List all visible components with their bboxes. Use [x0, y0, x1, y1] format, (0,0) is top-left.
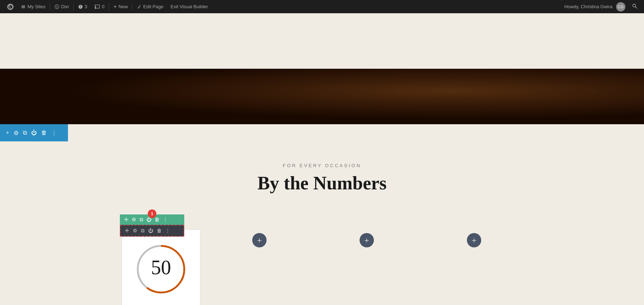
admin-bar: My Sites D Divi 3 0 + New Edit Page Exit…: [0, 0, 644, 13]
separator-4: [132, 3, 132, 10]
section-blue-toolbar: + ⚙ ⧉ ⏻ 🗑 ⋮: [0, 124, 68, 141]
dark-delete-icon[interactable]: 🗑: [157, 228, 162, 234]
dark-move-icon[interactable]: ✛: [125, 228, 129, 234]
edit-page-label: Edit Page: [143, 4, 163, 9]
section-wrapper: + ⚙ ⧉ ⏻ 🗑 ⋮ FOR EVERY OCCASION By the Nu…: [0, 124, 644, 305]
stat-number: 50: [151, 256, 171, 279]
new-icon: +: [113, 4, 117, 10]
numbers-subtitle: FOR EVERY OCCASION: [14, 163, 630, 168]
column-3-add-button[interactable]: +: [360, 233, 374, 247]
updates-menu[interactable]: 3: [74, 0, 91, 13]
green-settings-icon[interactable]: ⚙: [132, 217, 136, 223]
search-button[interactable]: [629, 3, 640, 10]
divi-label: Divi: [61, 4, 69, 9]
dark-toolbar: ✛ ⚙ ⧉ ⏻ 🗑 ⋮: [120, 225, 184, 237]
separator-2: [73, 3, 74, 10]
edit-page-menu[interactable]: Edit Page: [133, 0, 167, 13]
separator-3: [109, 3, 109, 10]
svg-line-4: [635, 7, 637, 9]
dark-settings-icon[interactable]: ⚙: [133, 228, 137, 234]
red-badge: 1: [148, 209, 156, 218]
svg-point-3: [633, 4, 635, 7]
admin-bar-right: Howdy, Christina Gwira CG: [564, 2, 640, 11]
circle-container: 50: [122, 230, 200, 305]
section-settings-icon[interactable]: ⚙: [14, 130, 19, 136]
my-sites-label: My Sites: [28, 4, 45, 9]
stat-card: 50 Birthday Treats +: [122, 229, 200, 305]
column-3-add-area: +: [313, 212, 420, 247]
new-menu[interactable]: + New: [110, 0, 131, 13]
column-4-add-area: +: [420, 212, 528, 247]
dark-power-icon[interactable]: ⏻: [148, 228, 153, 234]
comments-menu[interactable]: 0: [91, 0, 108, 13]
avatar[interactable]: CG: [616, 2, 625, 11]
divi-menu[interactable]: D Divi: [51, 0, 73, 13]
module-toolbars: 1 ✛ ⚙ ⧉ ⏻ 🗑 ⋮ ✛ ⚙ ⧉: [120, 214, 184, 237]
active-card-wrapper: 1 ✛ ⚙ ⧉ ⏻ 🗑 ⋮ ✛ ⚙ ⧉: [116, 229, 206, 305]
section-add-icon[interactable]: +: [6, 129, 9, 137]
new-label: New: [118, 4, 128, 9]
badge-count: 1: [151, 211, 153, 216]
section-more-icon[interactable]: ⋮: [51, 130, 57, 136]
dark-more-icon[interactable]: ⋮: [165, 228, 170, 234]
separator-1: [50, 3, 50, 10]
exit-builder-menu[interactable]: Exit Visual Builder: [167, 0, 212, 13]
column-2-add-area: +: [206, 212, 313, 247]
howdy-label: Howdy, Christina Gwira: [564, 4, 613, 9]
exit-builder-label: Exit Visual Builder: [171, 4, 208, 9]
comments-count: 0: [102, 4, 104, 9]
hero-area: [0, 69, 644, 124]
my-sites-menu[interactable]: My Sites: [17, 0, 49, 13]
cards-row: 1 ✛ ⚙ ⧉ ⏻ 🗑 ⋮ ✛ ⚙ ⧉: [14, 212, 630, 305]
column-2-add-button[interactable]: +: [252, 233, 267, 247]
numbers-title: By the Numbers: [14, 173, 630, 194]
section-delete-icon[interactable]: 🗑: [41, 130, 47, 136]
numbers-section: FOR EVERY OCCASION By the Numbers 1 ✛: [0, 141, 644, 305]
section-clone-icon[interactable]: ⧉: [23, 130, 27, 136]
svg-text:D: D: [56, 5, 58, 8]
green-move-icon[interactable]: ✛: [124, 217, 128, 223]
green-toolbar: 1 ✛ ⚙ ⧉ ⏻ 🗑 ⋮: [120, 214, 184, 225]
green-clone-icon[interactable]: ⧉: [140, 217, 143, 223]
section-power-icon[interactable]: ⏻: [31, 130, 37, 136]
green-delete-icon[interactable]: 🗑: [155, 217, 160, 223]
updates-count: 3: [85, 4, 87, 9]
column-4-add-button[interactable]: +: [467, 233, 481, 247]
green-more-icon[interactable]: ⋮: [163, 217, 168, 223]
wp-logo[interactable]: [4, 0, 17, 13]
main-content: + ⚙ ⧉ ⏻ 🗑 ⋮ FOR EVERY OCCASION By the Nu…: [0, 13, 644, 305]
dark-clone-icon[interactable]: ⧉: [141, 228, 145, 234]
